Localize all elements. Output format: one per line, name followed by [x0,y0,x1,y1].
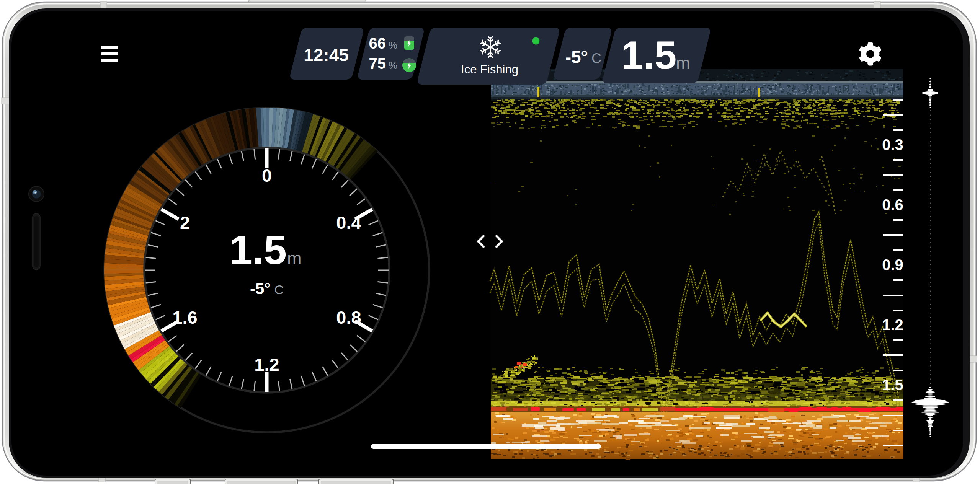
svg-text:1.5: 1.5 [882,376,903,393]
svg-text:0.6: 0.6 [882,196,903,213]
svg-text:0.4: 0.4 [336,212,361,233]
svg-text:-5°: -5° [565,47,588,67]
svg-text:75: 75 [369,55,386,72]
svg-text:0.8: 0.8 [336,307,361,328]
svg-text:Ice Fishing: Ice Fishing [461,63,518,76]
svg-text:1.6: 1.6 [172,307,197,328]
svg-text:1.2: 1.2 [882,316,903,333]
svg-text:2: 2 [180,212,190,233]
svg-text:0.3: 0.3 [882,136,903,153]
svg-text:1.5: 1.5 [621,33,677,77]
svg-text:m: m [287,248,302,268]
svg-text:0.9: 0.9 [882,256,903,273]
svg-text:0: 0 [262,165,272,186]
svg-text:1.2: 1.2 [254,354,279,375]
svg-text:%: % [389,39,397,51]
svg-text:-5° C: -5° C [250,280,284,298]
svg-text:1.5: 1.5 [229,227,287,273]
svg-text:12:45: 12:45 [304,45,349,65]
svg-text:C: C [591,51,601,66]
svg-text:m: m [676,54,690,72]
svg-text:%: % [389,60,397,71]
svg-text:66: 66 [369,35,386,52]
